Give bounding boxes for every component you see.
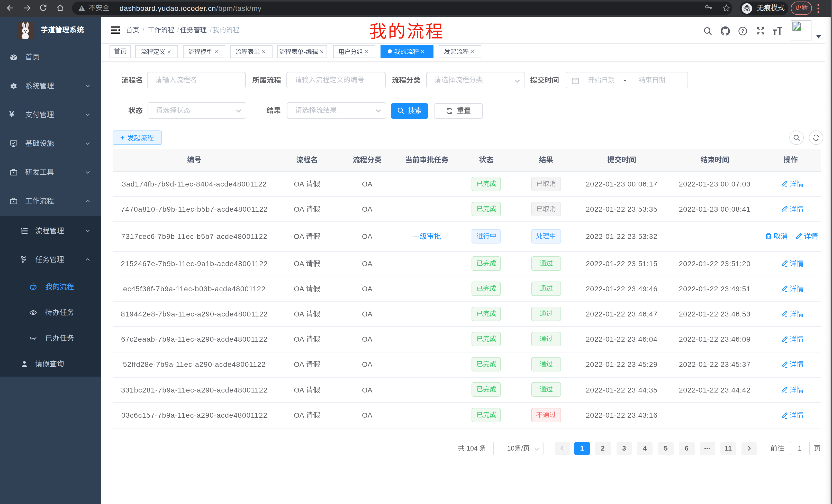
svg-text:?: ? — [741, 28, 745, 34]
